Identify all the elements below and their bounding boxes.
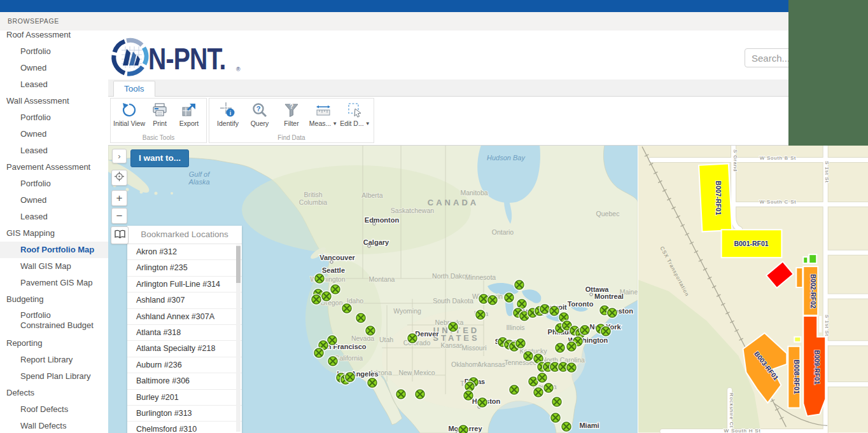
sidebar-item-roof-assessment[interactable]: Roof Assessment xyxy=(0,31,108,43)
sidebar-item-spend-plan-library[interactable]: Spend Plan Library xyxy=(0,368,108,385)
cluster-marker[interactable] xyxy=(396,389,407,400)
cluster-marker[interactable] xyxy=(477,397,488,408)
bookmarks-button[interactable] xyxy=(111,226,129,244)
sidebar-item-leased[interactable]: Leased xyxy=(0,142,108,159)
bookmark-item-baltimore-306[interactable]: Baltimore #306 xyxy=(127,373,242,389)
zoom-out-button[interactable]: − xyxy=(111,208,127,224)
scrollbar-thumb[interactable] xyxy=(236,246,241,283)
tool-export-button[interactable]: Export xyxy=(174,102,204,127)
sidebar-item-wall-gis-map[interactable]: Wall GIS Map xyxy=(0,258,108,275)
site-detail-map[interactable]: B007-RF01B001-RF01B002-RF02B009-RF01B008… xyxy=(638,145,868,433)
bookmark-item-ashland-annex-307a[interactable]: Ashland Annex #307A xyxy=(127,309,242,325)
page-tab[interactable]: PAGE xyxy=(39,17,59,25)
building-footprint[interactable] xyxy=(794,337,801,342)
cluster-marker[interactable] xyxy=(311,294,322,305)
cluster-marker[interactable] xyxy=(566,341,577,352)
i-want-to-button[interactable]: I want to... xyxy=(130,149,189,167)
cluster-marker[interactable] xyxy=(514,280,525,291)
cluster-marker[interactable] xyxy=(550,413,561,423)
tool-filter-button[interactable]: ?Filter xyxy=(276,102,307,127)
bookmark-item-burlington-313[interactable]: Burlington #313 xyxy=(127,406,242,422)
cluster-marker[interactable] xyxy=(555,343,566,354)
sidebar-item-portfolio-constrained-budget[interactable]: Portfolio Constrained Budget xyxy=(0,308,95,335)
sidebar-item-roof-portfolio-map[interactable]: Roof Portfolio Map xyxy=(0,242,108,258)
cluster-marker[interactable] xyxy=(607,308,618,319)
sidebar-item-owned[interactable]: Owned xyxy=(0,60,108,76)
sidebar-item-pavement-gis-map[interactable]: Pavement GIS Map xyxy=(0,275,108,291)
cluster-marker[interactable] xyxy=(580,325,591,336)
bookmark-item-akron-312[interactable]: Akron #312 xyxy=(127,244,242,260)
sidebar-item-budgeting[interactable]: Budgeting xyxy=(0,291,108,308)
bookmark-item-burley-201[interactable]: Burley #201 xyxy=(127,390,242,406)
sidebar-item-reporting[interactable]: Reporting xyxy=(0,335,108,352)
cluster-marker[interactable] xyxy=(549,306,560,317)
tool-initial-view-button[interactable]: Initial View xyxy=(113,102,145,127)
bookmark-item-arlington-235[interactable]: Arlington #235 xyxy=(127,260,242,276)
sidebar-item-leased[interactable]: Leased xyxy=(0,76,108,93)
sidebar-item-roof-defects[interactable]: Roof Defects xyxy=(0,401,108,418)
zoom-in-button[interactable]: + xyxy=(111,190,127,206)
sidebar-item-defects[interactable]: Defects xyxy=(0,385,108,401)
cluster-marker[interactable] xyxy=(330,284,341,295)
cluster-marker[interactable] xyxy=(515,338,526,349)
cluster-marker[interactable] xyxy=(566,362,577,373)
cluster-marker[interactable] xyxy=(342,303,353,314)
collapse-panel-button[interactable]: › xyxy=(112,149,127,163)
bookmark-item-auburn-236[interactable]: Auburn #236 xyxy=(127,357,242,373)
sidebar-item-report-library[interactable]: Report Library xyxy=(0,352,108,368)
cluster-marker[interactable] xyxy=(328,356,339,367)
cluster-marker[interactable] xyxy=(314,273,325,284)
building-footprint[interactable] xyxy=(820,317,821,332)
sidebar-item-owned[interactable]: Owned xyxy=(0,192,108,209)
find-my-location-button[interactable] xyxy=(111,170,127,186)
cluster-marker[interactable] xyxy=(533,387,544,398)
bookmarks-scrollbar[interactable] xyxy=(236,245,241,432)
tool-query-button[interactable]: ?Query xyxy=(244,102,276,127)
cluster-marker[interactable] xyxy=(537,373,548,383)
sidebar-item-portfolio[interactable]: Portfolio xyxy=(0,43,108,60)
cluster-marker[interactable] xyxy=(540,304,550,315)
cluster-marker[interactable] xyxy=(321,291,332,302)
building-footprint[interactable] xyxy=(796,268,802,287)
cluster-marker[interactable] xyxy=(407,333,418,344)
sidebar-item-leased[interactable]: Leased xyxy=(0,209,108,225)
cluster-marker[interactable] xyxy=(365,326,376,336)
cluster-marker[interactable] xyxy=(523,351,534,362)
bookmark-item-chelmsford-310[interactable]: Chelmsford #310 xyxy=(127,422,242,433)
tool-identify-button[interactable]: iIdentify xyxy=(212,102,244,127)
sidebar-item-wall-defects[interactable]: Wall Defects xyxy=(0,418,108,433)
cluster-marker[interactable] xyxy=(458,425,469,433)
tool-print-button[interactable]: Print xyxy=(145,102,174,127)
bookmark-item-arlington-full-line-314[interactable]: Arlington Full-Line #314 xyxy=(127,277,242,292)
bookmark-item-atlanta-specialty-218[interactable]: Atlanta Specialty #218 xyxy=(127,341,242,357)
cluster-marker[interactable] xyxy=(487,295,498,306)
tool-edit-d-button[interactable]: Edit D...▼ xyxy=(339,102,371,127)
building-footprint[interactable] xyxy=(803,257,808,263)
sidebar-item-portfolio[interactable]: Portfolio xyxy=(0,175,108,192)
sidebar-item-portfolio[interactable]: Portfolio xyxy=(0,109,108,126)
tab-tools[interactable]: Tools xyxy=(113,81,155,97)
sidebar-item-pavement-assessment[interactable]: Pavement Assessment xyxy=(0,159,108,175)
cluster-marker[interactable] xyxy=(314,348,325,359)
sidebar-item-owned[interactable]: Owned xyxy=(0,126,108,142)
cluster-marker[interactable] xyxy=(345,372,356,383)
building-footprint[interactable] xyxy=(809,254,816,263)
browse-tab[interactable]: BROWSE xyxy=(8,17,39,25)
tool-meas-button[interactable]: Meas...▼ xyxy=(307,102,339,127)
bookmark-item-ashland-307[interactable]: Ashland #307 xyxy=(127,292,242,308)
cluster-marker[interactable] xyxy=(543,383,554,394)
cluster-marker[interactable] xyxy=(448,322,459,333)
cluster-marker[interactable] xyxy=(552,397,563,408)
sidebar-item-gis-mapping[interactable]: GIS Mapping xyxy=(0,225,108,242)
cluster-marker[interactable] xyxy=(415,389,426,400)
cluster-marker[interactable] xyxy=(367,378,378,388)
cluster-marker[interactable] xyxy=(475,310,486,320)
cluster-marker[interactable] xyxy=(601,326,612,337)
sidebar-item-wall-assessment[interactable]: Wall Assessment xyxy=(0,93,108,109)
cluster-marker[interactable] xyxy=(504,292,515,303)
cluster-marker[interactable] xyxy=(356,313,367,324)
cluster-marker[interactable] xyxy=(463,390,474,401)
cluster-marker[interactable] xyxy=(509,385,520,395)
bookmark-item-atlanta-318[interactable]: Atlanta #318 xyxy=(127,325,242,341)
cluster-marker[interactable] xyxy=(561,422,572,432)
